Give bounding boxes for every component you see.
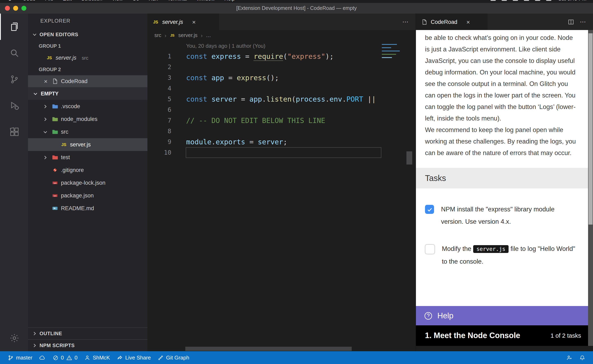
menu-item-edit[interactable]: Edit bbox=[63, 0, 72, 1]
chevron-right-icon bbox=[42, 104, 49, 109]
breadcrumb-file[interactable]: server.js bbox=[178, 32, 197, 38]
battery-icon[interactable] bbox=[502, 0, 507, 1]
line-number: 10 bbox=[147, 147, 171, 158]
menu-bar-clock[interactable]: Sat 6:45 PM bbox=[558, 0, 586, 1]
minimap[interactable] bbox=[382, 44, 401, 60]
code-text: module.exports = server; bbox=[171, 136, 287, 147]
split-editor-icon[interactable] bbox=[567, 19, 574, 25]
tab-server-js[interactable]: JS server.js × bbox=[147, 13, 219, 30]
menu-item-go[interactable]: Go bbox=[132, 0, 139, 1]
menu-item-terminal[interactable]: Terminal bbox=[168, 0, 187, 1]
sidebar-bottom-sections: OUTLINENPM SCRIPTS bbox=[28, 327, 147, 351]
tree-item-server-js[interactable]: JSserver.js bbox=[28, 138, 147, 151]
breadcrumb-separator: › bbox=[165, 32, 166, 39]
tree-item-test[interactable]: test bbox=[28, 151, 147, 164]
more-actions-icon[interactable]: ⋯ bbox=[580, 18, 586, 26]
panel-scrollbar-track[interactable] bbox=[588, 30, 593, 346]
tree-item-src[interactable]: src bbox=[28, 125, 147, 138]
code-line-3: 3const app = express(); bbox=[147, 72, 415, 83]
publish-changes-item[interactable] bbox=[36, 351, 49, 364]
feedback-person-icon bbox=[566, 354, 573, 361]
code-lines: 1const express = require("express");23co… bbox=[147, 51, 415, 158]
section-header-outline[interactable]: OUTLINE bbox=[28, 327, 147, 339]
panel-scrollbar-thumb[interactable] bbox=[588, 33, 593, 225]
activity-item-explorer[interactable] bbox=[0, 13, 28, 40]
account-item[interactable]: ShMcK bbox=[81, 351, 113, 364]
menu-item-run[interactable]: Run bbox=[149, 0, 158, 1]
apple-logo-icon[interactable] bbox=[7, 0, 13, 2]
menu-item-selection[interactable]: Selection bbox=[81, 0, 102, 1]
breadcrumb-symbols[interactable]: … bbox=[206, 32, 211, 38]
activity-item-search[interactable] bbox=[0, 40, 28, 66]
siri-icon[interactable] bbox=[546, 0, 551, 1]
chevron-right-icon bbox=[42, 116, 49, 122]
tree-item-label: package-lock.json bbox=[61, 180, 106, 186]
line-number: 6 bbox=[147, 104, 171, 115]
tree-item-package-json[interactable]: npmpackage.json bbox=[28, 189, 147, 202]
notifications-item[interactable] bbox=[576, 351, 589, 364]
gear-icon bbox=[9, 333, 20, 344]
close-window-button[interactable] bbox=[5, 6, 10, 11]
help-section[interactable]: Help bbox=[416, 306, 588, 325]
task-checkbox[interactable] bbox=[425, 244, 435, 254]
horizontal-scrollbar[interactable] bbox=[185, 347, 352, 351]
zoom-window-button[interactable] bbox=[21, 6, 26, 11]
activity-item-source-control[interactable] bbox=[0, 66, 28, 92]
tree-item--gitignore[interactable]: .gitignore bbox=[28, 164, 147, 176]
feedback-item[interactable] bbox=[563, 351, 576, 364]
tutorial-text: be able to check what’s going on in your… bbox=[416, 30, 588, 159]
open-editor-coderoad[interactable]: ×CodeRoad bbox=[28, 75, 147, 87]
menu-item-window[interactable]: Window bbox=[196, 0, 215, 1]
vertical-scrollbar[interactable] bbox=[406, 151, 412, 164]
menu-item-help[interactable]: Help bbox=[224, 0, 235, 1]
code-line-9: 9module.exports = server; bbox=[147, 136, 415, 147]
git-branch-item[interactable]: master bbox=[4, 351, 36, 364]
open-editor-server-js[interactable]: JSserver.jssrc bbox=[28, 52, 147, 64]
file-tree: .vscodenode_modulessrcJSserver.jstest.gi… bbox=[28, 100, 147, 215]
tree-item-readme-md[interactable]: M↓README.md bbox=[28, 202, 147, 215]
activity-item-manage[interactable] bbox=[0, 325, 28, 351]
panel-tab-bar: CodeRoad × ⋯ bbox=[416, 13, 593, 30]
more-actions-icon[interactable]: ⋯ bbox=[402, 18, 409, 26]
line-number: 5 bbox=[147, 94, 171, 104]
menu-item-code[interactable]: Code bbox=[23, 0, 36, 1]
tab-coderoad[interactable]: CodeRoad × bbox=[416, 13, 487, 30]
workspace-root-header[interactable]: EMPTY bbox=[28, 87, 147, 100]
minimize-window-button[interactable] bbox=[13, 6, 18, 11]
tree-item-package-lock-json[interactable]: npmpackage-lock.json bbox=[28, 176, 147, 189]
live-share-item[interactable]: Live Share bbox=[113, 351, 154, 364]
tree-item--vscode[interactable]: .vscode bbox=[28, 100, 147, 113]
close-tab-icon[interactable]: × bbox=[192, 18, 196, 25]
activity-item-run-and-debug[interactable] bbox=[0, 92, 28, 119]
code-editor[interactable]: You, 20 days ago | 1 author (You) 1const… bbox=[147, 41, 415, 351]
js-file-icon: JS bbox=[170, 32, 175, 39]
git-graph-icon bbox=[158, 354, 164, 361]
task-checkbox[interactable] bbox=[425, 205, 434, 214]
close-editor-icon[interactable]: × bbox=[43, 78, 49, 85]
section-header-npm-scripts[interactable]: NPM SCRIPTS bbox=[28, 339, 147, 351]
control-center-icon[interactable] bbox=[535, 0, 540, 1]
activity-item-extensions[interactable] bbox=[0, 119, 28, 145]
gitlens-blame-annotation[interactable]: You, 20 days ago | 1 author (You) bbox=[147, 41, 415, 51]
search-icon bbox=[9, 48, 20, 58]
menu-item-view[interactable]: View bbox=[112, 0, 123, 1]
close-tab-icon[interactable]: × bbox=[466, 18, 470, 25]
spotlight-icon[interactable] bbox=[524, 0, 529, 1]
menu-item-file[interactable]: File bbox=[45, 0, 53, 1]
wifi-icon[interactable] bbox=[513, 0, 518, 1]
breadcrumb-src[interactable]: src bbox=[154, 32, 161, 38]
help-question-icon bbox=[424, 311, 433, 320]
git-graph-item[interactable]: Git Graph bbox=[154, 351, 193, 364]
open-editor-detail: src bbox=[82, 55, 88, 61]
chevron-right-icon bbox=[31, 330, 38, 337]
breadcrumb-separator: › bbox=[201, 32, 203, 39]
problems-item[interactable]: 0 0 bbox=[49, 351, 81, 364]
breadcrumb: src › JS server.js › … bbox=[147, 30, 415, 41]
traffic-lights bbox=[5, 3, 26, 13]
warnings-count: 0 bbox=[74, 355, 77, 361]
display-icon[interactable] bbox=[490, 0, 496, 1]
tree-item-node-modules[interactable]: node_modules bbox=[28, 113, 147, 125]
open-editors-section-header[interactable]: OPEN EDITORS bbox=[28, 28, 147, 40]
code-line-6: 6 bbox=[147, 104, 415, 115]
open-editor-label: server.js bbox=[56, 55, 76, 61]
